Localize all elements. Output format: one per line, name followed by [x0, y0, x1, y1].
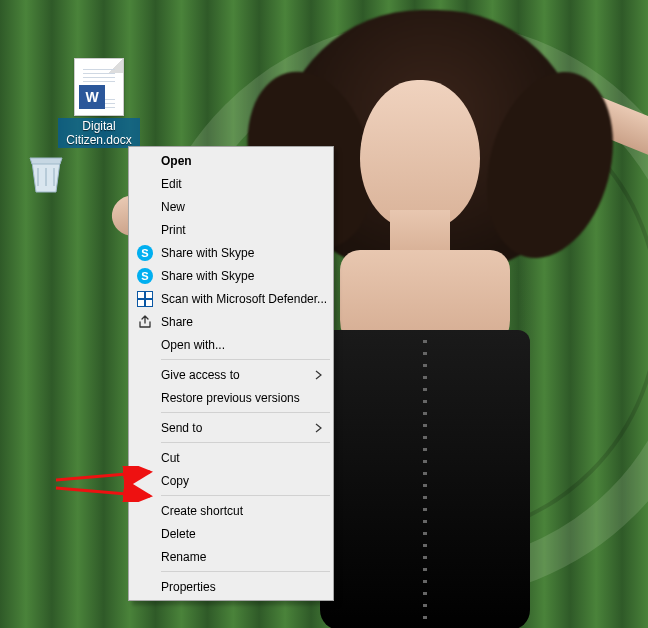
- menu-separator: [161, 571, 330, 572]
- menu-label: Delete: [161, 527, 196, 541]
- menu-label: Give access to: [161, 368, 240, 382]
- skype-icon: S: [136, 244, 154, 262]
- menu-label: Scan with Microsoft Defender...: [161, 292, 327, 306]
- menu-label: Edit: [161, 177, 182, 191]
- word-document-icon: W: [74, 58, 124, 116]
- menu-open-with[interactable]: Open with...: [131, 333, 331, 356]
- menu-label: Share: [161, 315, 193, 329]
- menu-separator: [161, 412, 330, 413]
- share-icon: [136, 313, 154, 331]
- defender-shield-icon: [136, 290, 154, 308]
- menu-send-to[interactable]: Send to: [131, 416, 331, 439]
- context-menu: Open Edit New Print S Share with Skype S…: [128, 146, 334, 601]
- menu-label: Rename: [161, 550, 206, 564]
- desktop-file-label: Digital Citizen.docx: [58, 118, 140, 148]
- menu-restore-previous-versions[interactable]: Restore previous versions: [131, 386, 331, 409]
- menu-label: Open: [161, 154, 192, 168]
- menu-scan-defender[interactable]: Scan with Microsoft Defender...: [131, 287, 331, 310]
- menu-label: New: [161, 200, 185, 214]
- menu-share-skype-2[interactable]: S Share with Skype: [131, 264, 331, 287]
- skype-icon: S: [136, 267, 154, 285]
- word-badge: W: [79, 85, 105, 109]
- menu-label: Open with...: [161, 338, 225, 352]
- menu-separator: [161, 359, 330, 360]
- menu-open[interactable]: Open: [131, 149, 331, 172]
- menu-share[interactable]: Share: [131, 310, 331, 333]
- menu-label: Cut: [161, 451, 180, 465]
- chevron-right-icon: [315, 423, 323, 433]
- menu-cut[interactable]: Cut: [131, 446, 331, 469]
- recycle-bin-icon[interactable]: [8, 148, 84, 198]
- menu-print[interactable]: Print: [131, 218, 331, 241]
- menu-label: Copy: [161, 474, 189, 488]
- menu-label: Share with Skype: [161, 246, 254, 260]
- menu-separator: [161, 442, 330, 443]
- menu-properties[interactable]: Properties: [131, 575, 331, 598]
- menu-copy[interactable]: Copy: [131, 469, 331, 492]
- trash-icon: [22, 148, 70, 196]
- chevron-right-icon: [315, 370, 323, 380]
- menu-delete[interactable]: Delete: [131, 522, 331, 545]
- menu-label: Restore previous versions: [161, 391, 300, 405]
- menu-label: Share with Skype: [161, 269, 254, 283]
- menu-label: Properties: [161, 580, 216, 594]
- menu-new[interactable]: New: [131, 195, 331, 218]
- menu-label: Send to: [161, 421, 202, 435]
- menu-separator: [161, 495, 330, 496]
- menu-rename[interactable]: Rename: [131, 545, 331, 568]
- menu-share-skype-1[interactable]: S Share with Skype: [131, 241, 331, 264]
- menu-give-access-to[interactable]: Give access to: [131, 363, 331, 386]
- menu-edit[interactable]: Edit: [131, 172, 331, 195]
- menu-label: Print: [161, 223, 186, 237]
- menu-label: Create shortcut: [161, 504, 243, 518]
- menu-create-shortcut[interactable]: Create shortcut: [131, 499, 331, 522]
- desktop-file-word[interactable]: W Digital Citizen.docx: [58, 58, 140, 148]
